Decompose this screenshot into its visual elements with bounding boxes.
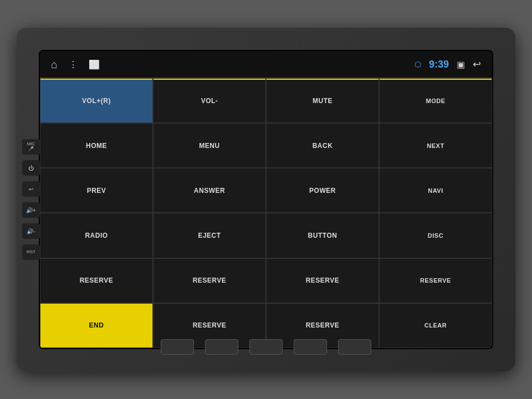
grid-cell-4-3[interactable]: RESERVE bbox=[379, 258, 492, 303]
hw-btn-4[interactable] bbox=[294, 339, 327, 355]
side-controls: MIC🎤 ⏻ ↩ 🔊+ 🔊- RST bbox=[22, 139, 40, 260]
grid-cell-1-1[interactable]: MENU bbox=[153, 123, 266, 168]
back-hw-button[interactable]: ↩ bbox=[22, 181, 40, 197]
cell-label-5-2: RESERVE bbox=[306, 321, 340, 329]
cell-label-3-1: EJECT bbox=[198, 232, 221, 239]
cell-label-2-0: PREV bbox=[87, 187, 106, 195]
cell-label-4-3: RESERVE bbox=[420, 277, 451, 284]
grid-cell-2-3[interactable]: NAVI bbox=[379, 168, 492, 213]
vol-down-button[interactable]: 🔊- bbox=[22, 223, 40, 239]
grid-cell-5-0[interactable]: END bbox=[40, 303, 153, 348]
grid-cell-0-1[interactable]: VOL- bbox=[153, 78, 266, 123]
hw-btn-1[interactable] bbox=[161, 339, 194, 355]
grid-cell-3-2[interactable]: BUTTON bbox=[266, 213, 379, 258]
grid-cell-3-3[interactable]: DISC bbox=[379, 213, 492, 258]
cell-label-2-1: ANSWER bbox=[194, 187, 225, 195]
cell-label-5-1: RESERVE bbox=[193, 321, 227, 329]
grid-cell-3-0[interactable]: RADIO bbox=[40, 213, 153, 258]
cell-label-5-3: CLEAR bbox=[424, 322, 447, 329]
cell-label-4-2: RESERVE bbox=[306, 277, 340, 284]
hw-btn-2[interactable] bbox=[205, 339, 238, 355]
cell-label-4-1: RESERVE bbox=[193, 277, 227, 284]
grid-cell-1-0[interactable]: HOME bbox=[40, 123, 153, 168]
car-surround: MIC🎤 ⏻ ↩ 🔊+ 🔊- RST ⌂ ⋮ ⬜ ⬡ 9:39 ▣ ↩ VOL+… bbox=[17, 28, 515, 371]
grid-cell-4-1[interactable]: RESERVE bbox=[153, 258, 266, 303]
cell-label-0-1: VOL- bbox=[201, 97, 218, 105]
screen: ⌂ ⋮ ⬜ ⬡ 9:39 ▣ ↩ VOL+(R)VOL-MUTEMODEHOME… bbox=[39, 50, 493, 349]
hardware-buttons bbox=[161, 339, 371, 355]
cell-label-3-3: DISC bbox=[428, 232, 443, 239]
cell-label-0-2: MUTE bbox=[313, 97, 332, 105]
status-bar: ⌂ ⋮ ⬜ ⬡ 9:39 ▣ ↩ bbox=[40, 51, 492, 78]
cell-label-2-3: NAVI bbox=[428, 187, 443, 194]
grid-cell-5-3[interactable]: CLEAR bbox=[379, 303, 492, 348]
rst-button[interactable]: RST bbox=[22, 244, 40, 260]
menu-icon[interactable]: ⋮ bbox=[69, 59, 78, 70]
status-bar-left: ⌂ ⋮ ⬜ bbox=[51, 58, 100, 71]
windows-icon[interactable]: ▣ bbox=[457, 59, 465, 70]
cell-label-1-1: MENU bbox=[199, 142, 219, 150]
grid-cell-0-0[interactable]: VOL+(R) bbox=[40, 78, 153, 123]
power-button[interactable]: ⏻ bbox=[22, 160, 40, 176]
cell-label-0-0: VOL+(R) bbox=[82, 97, 111, 105]
time-display: 9:39 bbox=[429, 59, 449, 70]
grid-cell-2-1[interactable]: ANSWER bbox=[153, 168, 266, 213]
hw-btn-3[interactable] bbox=[249, 339, 283, 355]
grid-cell-2-0[interactable]: PREV bbox=[40, 168, 153, 213]
cell-label-3-0: RADIO bbox=[85, 232, 108, 239]
square-icon[interactable]: ⬜ bbox=[89, 59, 100, 70]
home-icon[interactable]: ⌂ bbox=[51, 58, 58, 71]
button-grid: VOL+(R)VOL-MUTEMODEHOMEMENUBACKNEXTPREVA… bbox=[40, 78, 492, 348]
cell-label-5-0: END bbox=[89, 321, 104, 329]
cell-label-3-2: BUTTON bbox=[308, 232, 337, 239]
grid-cell-4-2[interactable]: RESERVE bbox=[266, 258, 379, 303]
status-bar-right: ⬡ 9:39 ▣ ↩ bbox=[415, 58, 481, 70]
hw-btn-5[interactable] bbox=[338, 339, 371, 355]
bluetooth-icon: ⬡ bbox=[415, 60, 421, 69]
cell-label-1-3: NEXT bbox=[427, 142, 444, 149]
cell-label-2-2: POWER bbox=[309, 187, 336, 195]
grid-cell-2-2[interactable]: POWER bbox=[266, 168, 379, 213]
back-icon[interactable]: ↩ bbox=[473, 58, 481, 70]
grid-cell-3-1[interactable]: EJECT bbox=[153, 213, 266, 258]
cell-label-4-0: RESERVE bbox=[80, 277, 114, 284]
mic-button[interactable]: MIC🎤 bbox=[22, 139, 40, 155]
grid-cell-1-2[interactable]: BACK bbox=[266, 123, 379, 168]
cell-label-0-3: MODE bbox=[426, 98, 446, 104]
vol-up-button[interactable]: 🔊+ bbox=[22, 202, 40, 218]
grid-cell-1-3[interactable]: NEXT bbox=[379, 123, 492, 168]
grid-cell-4-0[interactable]: RESERVE bbox=[40, 258, 153, 303]
grid-cell-0-2[interactable]: MUTE bbox=[266, 78, 379, 123]
grid-cell-0-3[interactable]: MODE bbox=[379, 78, 492, 123]
cell-label-1-2: BACK bbox=[313, 142, 333, 150]
cell-label-1-0: HOME bbox=[86, 142, 107, 150]
